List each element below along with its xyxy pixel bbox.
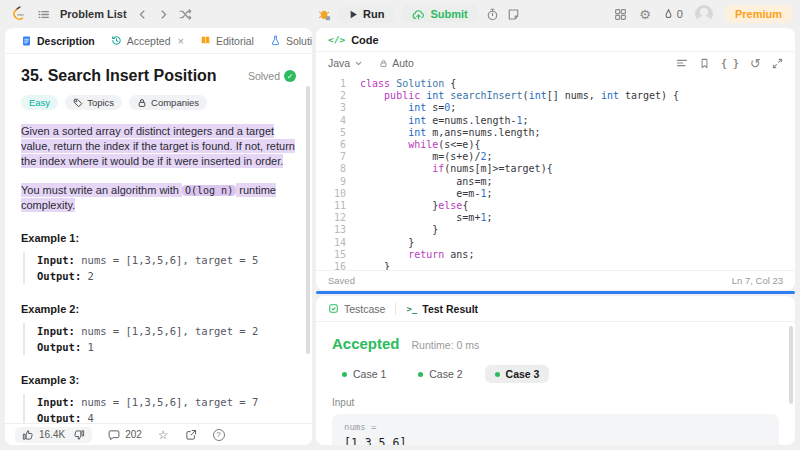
- language-select[interactable]: Java: [328, 57, 363, 69]
- shuffle-icon[interactable]: [179, 8, 192, 21]
- editor-status-bar: Saved Ln 7, Col 23: [316, 270, 795, 290]
- auto-toggle[interactable]: Auto: [379, 57, 414, 69]
- left-scrollbar[interactable]: [306, 86, 310, 354]
- premium-button[interactable]: Premium: [725, 5, 792, 23]
- leetcode-logo[interactable]: [12, 6, 27, 22]
- avatar[interactable]: [695, 5, 713, 23]
- streak-counter[interactable]: 0: [663, 8, 683, 21]
- case-label: Case 3: [506, 368, 540, 380]
- bookmark-icon[interactable]: [699, 58, 710, 69]
- comments-button[interactable]: 202: [108, 429, 142, 441]
- like-button[interactable]: 16.4K: [22, 429, 65, 441]
- description-paragraph-2: You must write an algorithm with O(log n…: [21, 183, 296, 213]
- streak-count: 0: [677, 8, 683, 20]
- case-pill-1[interactable]: Case 1: [332, 365, 396, 383]
- test-panel: Testcase >_ Test Result Accepted Runtime…: [316, 296, 795, 445]
- code-editor[interactable]: 1class Solution {2 public int searchInse…: [316, 75, 795, 270]
- debug-icon[interactable]: [318, 8, 331, 21]
- example-heading: Example 3:: [21, 374, 296, 386]
- code-icon: </>: [328, 34, 345, 45]
- code-line: 7 m=(s+e)/2;: [316, 151, 795, 163]
- tab-label: Solutions: [286, 35, 312, 47]
- help-button[interactable]: ?: [213, 429, 225, 441]
- tab-solutions[interactable]: Solutions: [262, 28, 312, 53]
- code-line: 5 int m,ans=nums.length;: [316, 127, 795, 139]
- description-icon: [21, 35, 32, 47]
- submit-button[interactable]: Submit: [402, 5, 477, 23]
- top-bar: Problem List Run: [0, 0, 800, 28]
- close-tab-icon[interactable]: ×: [178, 35, 184, 47]
- code-line: 12 s=m+1;: [316, 212, 795, 224]
- problem-list-icon[interactable]: [37, 8, 50, 21]
- example-heading: Example 2:: [21, 303, 296, 315]
- input-value-box[interactable]: nums =[1,3,5,6]: [332, 414, 779, 445]
- code-line: 4 int e=nums.length-1;: [316, 115, 795, 127]
- code-tab[interactable]: </> Code: [316, 28, 795, 52]
- example-output: Output: 2: [37, 268, 296, 284]
- line-content: public int searchInsert(int[] nums, int …: [360, 90, 679, 102]
- line-number: 9: [316, 176, 346, 188]
- left-tab-bar: DescriptionAccepted×EditorialSolutionsSu…: [5, 28, 312, 54]
- example-input: Input: nums = [1,3,5,6], target = 7: [37, 394, 296, 410]
- next-problem-icon[interactable]: [158, 9, 169, 20]
- reset-code-icon[interactable]: ↺: [750, 56, 761, 71]
- example-output: Output: 4: [37, 410, 296, 423]
- tab-testcase[interactable]: Testcase: [328, 303, 385, 315]
- difficulty-badge[interactable]: Easy: [21, 95, 58, 110]
- tab-label: Description: [37, 35, 95, 47]
- topics-button[interactable]: Topics: [65, 95, 122, 110]
- code-tab-label: Code: [351, 34, 379, 46]
- line-content: }: [360, 261, 390, 270]
- lock-icon: [137, 98, 147, 108]
- input-label: Input: [332, 397, 779, 408]
- dislike-button[interactable]: [73, 429, 85, 441]
- code-line: 14 }: [316, 237, 795, 249]
- format-code-icon[interactable]: [676, 57, 688, 69]
- code-line: 11 }else{: [316, 200, 795, 212]
- example-input: Input: nums = [1,3,5,6], target = 5: [37, 252, 296, 268]
- field-value: [1,3,5,6]: [344, 436, 767, 445]
- thumbs-up-icon: [22, 429, 34, 441]
- case-pill-2[interactable]: Case 2: [408, 365, 472, 383]
- line-number: 5: [316, 127, 346, 139]
- brackets-icon[interactable]: { }: [721, 58, 739, 69]
- cloud-upload-icon: [412, 9, 425, 20]
- case-pill-3[interactable]: Case 3: [485, 365, 550, 383]
- timer-icon[interactable]: [486, 8, 499, 21]
- code-line: 9 ans=m;: [316, 176, 795, 188]
- prev-problem-icon[interactable]: [137, 9, 148, 20]
- tab-accepted[interactable]: Accepted×: [103, 28, 192, 53]
- notes-icon[interactable]: [507, 8, 520, 21]
- examples-section: Example 1:Input: nums = [1,3,5,6], targe…: [21, 232, 296, 423]
- run-button[interactable]: Run: [339, 5, 394, 23]
- code-line: 8 if(nums[m]>=target){: [316, 163, 795, 175]
- problem-list-label[interactable]: Problem List: [60, 8, 127, 20]
- gear-icon[interactable]: ⚙: [639, 7, 651, 22]
- fullscreen-icon[interactable]: [772, 58, 783, 69]
- test-result-content: Accepted Runtime: 0 ms Case 1Case 2Case …: [316, 323, 795, 445]
- favorite-button[interactable]: ☆: [158, 428, 169, 442]
- cursor-position: Ln 7, Col 23: [732, 275, 783, 286]
- line-number: 1: [316, 78, 346, 90]
- line-content: class Solution {: [360, 78, 456, 90]
- companies-button[interactable]: Companies: [129, 95, 207, 110]
- test-scrollbar[interactable]: [789, 326, 793, 404]
- line-content: ans=m;: [360, 176, 492, 188]
- problem-description: 35. Search Insert Position Solved ✓ Easy…: [5, 55, 312, 423]
- result-status: Accepted: [332, 335, 400, 352]
- tab-test-result[interactable]: >_ Test Result: [406, 303, 478, 315]
- tab-description[interactable]: Description: [13, 28, 103, 53]
- panel-resize-handle[interactable]: [316, 291, 795, 294]
- example-block: Input: nums = [1,3,5,6], target = 5Outpu…: [23, 252, 296, 284]
- code-line: 10 e=m-1;: [316, 188, 795, 200]
- line-number: 3: [316, 102, 346, 114]
- tab-editorial[interactable]: Editorial: [192, 28, 262, 53]
- share-button[interactable]: [185, 429, 197, 441]
- line-number: 11: [316, 200, 346, 212]
- example-output: Output: 1: [37, 339, 296, 355]
- layout-grid-icon[interactable]: [614, 8, 627, 21]
- case-list: Case 1Case 2Case 3: [332, 365, 779, 383]
- example-block: Input: nums = [1,3,5,6], target = 7Outpu…: [23, 394, 296, 423]
- thumbs-down-icon: [73, 429, 85, 441]
- code-line: 16 }: [316, 261, 795, 270]
